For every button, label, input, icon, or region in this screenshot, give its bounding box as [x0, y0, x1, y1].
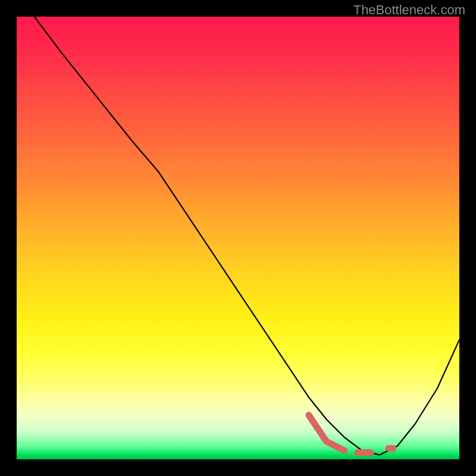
plot-area [17, 17, 459, 459]
main-curve-line [35, 17, 459, 455]
watermark-text: TheBottleneck.com [353, 2, 465, 18]
highlight-marker-group [309, 415, 393, 453]
chart-svg [17, 17, 459, 459]
